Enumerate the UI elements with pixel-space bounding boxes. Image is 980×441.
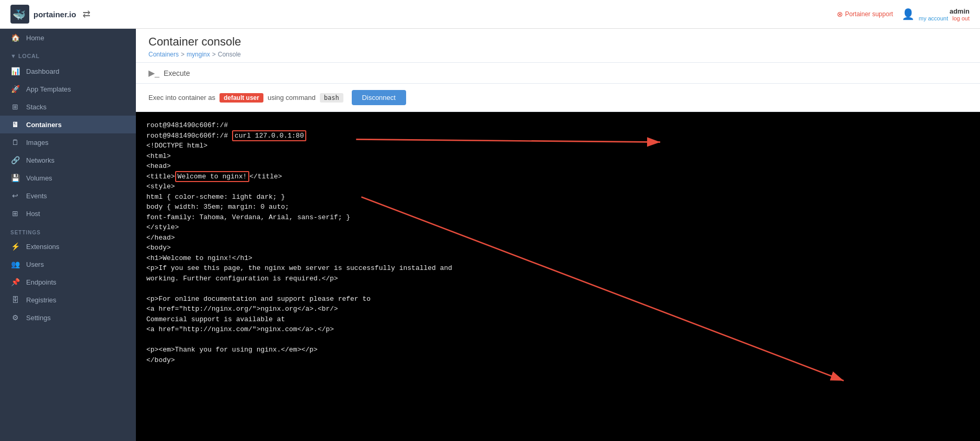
registries-icon: 🗄 — [10, 296, 20, 304]
terminal-line: <html> — [146, 151, 970, 162]
exec-middle: using command — [268, 94, 316, 101]
breadcrumb: Containers > mynginx > Console — [148, 51, 967, 58]
breadcrumb-containers[interactable]: Containers — [148, 51, 179, 58]
user-badge: default user — [220, 93, 263, 103]
sidebar-item-endpoints[interactable]: 📌 Endpoints — [0, 273, 136, 291]
sidebar-item-users-label: Users — [26, 261, 44, 268]
terminal-line: root@9481490c606f:/# curl 127.0.0.1:80 — [146, 131, 970, 141]
svg-text:🐳: 🐳 — [13, 8, 26, 21]
page-title: Container console — [148, 35, 967, 49]
admin-icon: 👤 — [902, 8, 915, 20]
admin-section: 👤 admin my account log out — [902, 7, 970, 21]
my-account-link[interactable]: my account — [919, 15, 948, 21]
log-out-link[interactable]: log out — [952, 15, 970, 21]
sidebar-item-host[interactable]: ⊞ Host — [0, 205, 136, 222]
terminal-line: </body> — [146, 355, 970, 366]
logo[interactable]: 🐳 portainer.io — [10, 5, 76, 24]
main-layout: 🏠 Home ▼ LOCAL 📊 Dashboard 🚀 App Templat… — [0, 29, 980, 441]
sidebar-item-events-label: Events — [26, 192, 47, 200]
terminal-wrapper: root@9481490c606f:/#root@9481490c606f:/#… — [136, 112, 980, 441]
exec-prefix: Exec into container as — [148, 94, 215, 101]
sidebar-item-dashboard[interactable]: 📊 Dashboard — [0, 62, 136, 80]
breadcrumb-sep1: > — [181, 51, 185, 58]
sidebar-item-volumes[interactable]: 💾 Volumes — [0, 169, 136, 187]
support-icon: ⊗ — [837, 10, 843, 18]
sidebar-item-images-label: Images — [26, 139, 49, 146]
home-icon: 🏠 — [10, 33, 20, 42]
sidebar-item-events[interactable]: ↩ Events — [0, 187, 136, 205]
sidebar-item-home[interactable]: 🏠 Home — [0, 29, 136, 47]
logo-text: portainer.io — [33, 10, 76, 19]
sidebar-item-images[interactable]: 🗒 Images — [0, 133, 136, 151]
terminal-line: <p><em>Thank you for using nginx.</em></… — [146, 345, 970, 355]
extensions-icon: ⚡ — [10, 242, 20, 251]
support-label: Portainer support — [845, 10, 893, 18]
sidebar-item-endpoints-label: Endpoints — [26, 278, 56, 286]
terminal-line: <a href="http://nginx.org/">nginx.org</a… — [146, 304, 970, 314]
page-header: Container console Containers > mynginx >… — [136, 29, 980, 63]
terminal-line: <!DOCTYPE html> — [146, 141, 970, 151]
terminal-line: Commercial support is available at — [146, 314, 970, 325]
execute-prompt-icon: ▶_ — [148, 68, 159, 78]
sidebar-item-app-templates[interactable]: 🚀 App Templates — [0, 80, 136, 98]
sidebar-item-networks[interactable]: 🔗 Networks — [0, 151, 136, 169]
images-icon: 🗒 — [10, 138, 20, 146]
breadcrumb-container[interactable]: mynginx — [187, 51, 210, 58]
terminal-line: root@9481490c606f:/# — [146, 120, 970, 131]
sidebar-item-containers[interactable]: 🖥 Containers — [0, 116, 136, 133]
disconnect-button[interactable]: Disconnect — [352, 90, 406, 105]
terminal-line — [146, 284, 970, 294]
host-icon: ⊞ — [10, 209, 20, 218]
sidebar-local-text: ▼ LOCAL — [10, 53, 40, 59]
portainer-support-link[interactable]: ⊗ Portainer support — [837, 10, 893, 18]
sidebar: 🏠 Home ▼ LOCAL 📊 Dashboard 🚀 App Templat… — [0, 29, 136, 441]
terminal-line: </head> — [146, 233, 970, 243]
terminal-line: <p>For online documentation and support … — [146, 294, 970, 304]
events-icon: ↩ — [10, 191, 20, 200]
stacks-icon: ⊞ — [10, 103, 20, 111]
admin-links: admin my account log out — [919, 7, 970, 21]
terminal-line: <h1>Welcome to nginx!</h1> — [146, 253, 970, 264]
sidebar-item-stacks-label: Stacks — [26, 103, 47, 111]
sidebar-item-users[interactable]: 👥 Users — [0, 255, 136, 273]
users-icon: 👥 — [10, 260, 20, 268]
top-header: 🐳 portainer.io ⇄ ⊗ Portainer support 👤 a… — [0, 0, 980, 29]
sidebar-item-containers-label: Containers — [26, 121, 62, 129]
app-templates-icon: 🚀 — [10, 85, 20, 93]
terminal-line: html { color-scheme: light dark; } — [146, 192, 970, 202]
sidebar-item-app-templates-label: App Templates — [26, 85, 71, 93]
sidebar-item-registries[interactable]: 🗄 Registries — [0, 291, 136, 309]
command-badge: bash — [320, 93, 343, 103]
breadcrumb-sep2: > — [212, 51, 216, 58]
terminal-line: font-family: Tahoma, Verdana, Arial, san… — [146, 212, 970, 223]
dashboard-icon: 📊 — [10, 67, 20, 75]
sidebar-item-extensions[interactable]: ⚡ Extensions — [0, 238, 136, 255]
terminal-line: <title>Welcome to nginx!</title> — [146, 172, 970, 182]
logo-icon: 🐳 — [10, 5, 29, 24]
terminal-line: <head> — [146, 161, 970, 172]
containers-icon: 🖥 — [10, 120, 20, 129]
terminal-line: </style> — [146, 222, 970, 233]
terminal-line — [146, 335, 970, 345]
sidebar-item-settings[interactable]: ⚙ Settings — [0, 309, 136, 326]
sidebar-item-networks-label: Networks — [26, 156, 54, 164]
console-info-bar: Exec into container as default user usin… — [136, 84, 980, 112]
volumes-icon: 💾 — [10, 174, 20, 182]
execute-label: Execute — [164, 69, 190, 77]
terminal[interactable]: root@9481490c606f:/#root@9481490c606f:/#… — [136, 112, 980, 441]
terminal-line: body { width: 35em; margin: 0 auto; — [146, 202, 970, 212]
sidebar-item-home-label: Home — [26, 34, 44, 42]
sidebar-item-registries-label: Registries — [26, 296, 56, 304]
networks-icon: 🔗 — [10, 156, 20, 164]
settings-icon: ⚙ — [10, 313, 20, 322]
terminal-line: <body> — [146, 243, 970, 253]
terminal-line: <style> — [146, 182, 970, 192]
sidebar-item-stacks[interactable]: ⊞ Stacks — [0, 98, 136, 116]
sidebar-item-volumes-label: Volumes — [26, 174, 52, 182]
content-area: Container console Containers > mynginx >… — [136, 29, 980, 441]
sidebar-item-dashboard-label: Dashboard — [26, 67, 60, 75]
expand-button[interactable]: ⇄ — [83, 8, 90, 20]
header-right: ⊗ Portainer support 👤 admin my account l… — [837, 7, 970, 21]
execute-section: ▶_ Execute — [136, 63, 980, 84]
endpoints-icon: 📌 — [10, 278, 20, 286]
